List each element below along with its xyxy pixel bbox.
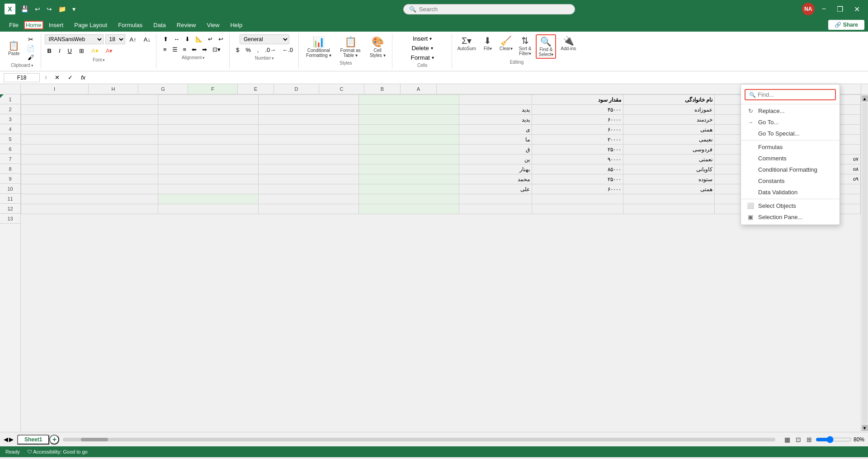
cell-e4[interactable]: ی	[459, 125, 532, 135]
sheet-scroll-left[interactable]: ◀	[4, 436, 8, 443]
copy-button[interactable]: 📄	[24, 44, 38, 52]
cell-h10[interactable]	[158, 184, 258, 194]
cell-e5[interactable]: ما	[459, 135, 532, 145]
cell-f7[interactable]	[359, 155, 459, 164]
cell-h3[interactable]	[158, 115, 258, 125]
row-num-11[interactable]: 11	[0, 194, 20, 204]
font-color-button[interactable]: A▾	[103, 46, 116, 56]
customize-button[interactable]: ▾	[71, 5, 77, 14]
cell-h7[interactable]	[158, 155, 258, 164]
expand-formula-button[interactable]: ⁝	[42, 74, 49, 81]
align-left-button[interactable]: ≡	[161, 45, 169, 54]
underline-button[interactable]: U	[65, 46, 75, 56]
close-button[interactable]: ✕	[850, 4, 863, 14]
maximize-button[interactable]: ❐	[833, 4, 847, 14]
cell-c3[interactable]: خردمند	[623, 115, 715, 125]
confirm-formula-button[interactable]: ✓	[65, 73, 75, 82]
menu-home[interactable]: Home	[24, 21, 43, 29]
row-num-2[interactable]: 2	[0, 104, 20, 114]
menu-data[interactable]: Data	[148, 20, 171, 30]
align-center-button[interactable]: ☰	[170, 45, 180, 54]
cell-f5[interactable]	[359, 135, 459, 145]
cell-g6[interactable]	[258, 145, 359, 155]
cell-i8[interactable]	[21, 164, 158, 174]
cell-h1[interactable]	[158, 95, 258, 105]
cell-i7[interactable]	[21, 155, 158, 164]
cell-f11[interactable]	[359, 194, 459, 204]
add-sheet-button[interactable]: +	[49, 435, 59, 445]
cell-c10[interactable]: همتی	[623, 184, 715, 194]
number-format-select[interactable]: General	[240, 34, 289, 44]
decrease-font-button[interactable]: A↓	[141, 35, 153, 44]
row-num-5[interactable]: 5	[0, 134, 20, 144]
format-button[interactable]: Format▾	[409, 53, 436, 62]
bold-button[interactable]: B	[45, 46, 54, 56]
goto-item[interactable]: → Go To...	[741, 117, 840, 128]
col-header-f[interactable]: F	[188, 84, 238, 94]
row-num-4[interactable]: 4	[0, 124, 20, 134]
cell-g12[interactable]	[258, 204, 359, 214]
cell-d9[interactable]: ۲۵۰۰۰	[532, 174, 623, 184]
cell-g5[interactable]	[258, 135, 359, 145]
goto-special-item[interactable]: Go To Special...	[741, 128, 840, 139]
cell-i1[interactable]	[21, 95, 158, 105]
data-validation-item[interactable]: Data Validation	[741, 187, 840, 198]
cell-d5[interactable]: ۲۰۰۰۰	[532, 135, 623, 145]
cell-h11[interactable]	[158, 194, 258, 204]
col-header-d[interactable]: D	[274, 84, 319, 94]
increase-indent-button[interactable]: ➡	[200, 45, 209, 54]
align-top-button[interactable]: ⬆	[161, 34, 170, 44]
cell-d1-header[interactable]: مقدار سود	[532, 95, 623, 105]
merge-center-button[interactable]: ⊡▾	[210, 45, 223, 54]
cell-f6[interactable]	[359, 145, 459, 155]
cell-c8[interactable]: کاویانی	[623, 164, 715, 174]
replace-item[interactable]: ↻ Replace...	[741, 105, 840, 117]
menu-review[interactable]: Review	[171, 20, 202, 30]
cell-e2[interactable]: یدید	[459, 105, 532, 115]
cell-f3[interactable]	[359, 115, 459, 125]
cell-d2[interactable]: ۴۵۰۰۰	[532, 105, 623, 115]
insert-function-button[interactable]: fx	[78, 73, 88, 82]
col-header-e[interactable]: E	[238, 84, 274, 94]
undo-button[interactable]: ↩	[33, 5, 42, 14]
row-num-6[interactable]: 6	[0, 144, 20, 154]
cell-d4[interactable]: ۶۰۰۰۰	[532, 125, 623, 135]
autosum-button[interactable]: Σ▾ AutoSum	[456, 34, 478, 52]
cell-h4[interactable]	[158, 125, 258, 135]
cell-f10[interactable]	[359, 184, 459, 194]
col-header-g[interactable]: G	[138, 84, 188, 94]
add-ins-button[interactable]: 🔌 Add-ins	[559, 34, 578, 52]
cell-d10[interactable]: ۶۰۰۰۰	[532, 184, 623, 194]
cell-f1[interactable]	[359, 95, 459, 105]
find-input[interactable]	[758, 91, 831, 98]
selection-pane-item[interactable]: ▣ Selection Pane...	[741, 211, 840, 223]
cell-f8[interactable]	[359, 164, 459, 174]
cell-h6[interactable]	[158, 145, 258, 155]
cell-i12[interactable]	[21, 204, 158, 214]
vertical-scrollbar[interactable]: ▲ ▼	[861, 94, 868, 432]
orientation-button[interactable]: 📐	[193, 34, 205, 44]
normal-view-button[interactable]: ▦	[783, 435, 792, 444]
cell-i4[interactable]	[21, 125, 158, 135]
cell-g8[interactable]	[258, 164, 359, 174]
search-box[interactable]: 🔍	[403, 4, 575, 14]
cancel-formula-button[interactable]: ✕	[52, 73, 62, 82]
cell-g11[interactable]	[258, 194, 359, 204]
row-num-3[interactable]: 3	[0, 114, 20, 124]
formula-input[interactable]	[91, 74, 864, 82]
menu-page-layout[interactable]: Page Layout	[69, 20, 113, 30]
menu-formulas[interactable]: Formulas	[113, 20, 148, 30]
format-painter-button[interactable]: 🖌	[24, 53, 38, 61]
redo-button[interactable]: ↪	[45, 5, 54, 14]
cell-g1[interactable]	[258, 95, 359, 105]
cell-i3[interactable]	[21, 115, 158, 125]
cell-i6[interactable]	[21, 145, 158, 155]
row-num-9[interactable]: 9	[0, 174, 20, 184]
row-num-7[interactable]: 7	[0, 154, 20, 164]
cell-c12[interactable]	[623, 204, 715, 214]
cell-h2[interactable]	[158, 105, 258, 115]
cell-e11[interactable]	[459, 194, 532, 204]
decrease-decimal-button[interactable]: ←.0	[279, 45, 296, 55]
indent-button[interactable]: ↵	[206, 34, 215, 44]
cell-f4[interactable]	[359, 125, 459, 135]
